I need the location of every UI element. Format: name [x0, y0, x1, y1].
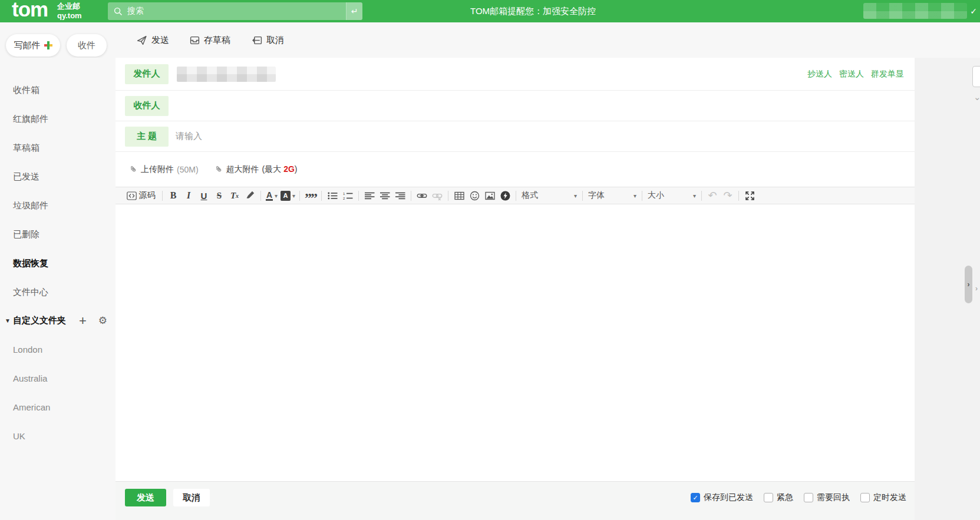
save-draft-label: 存草稿 — [204, 35, 230, 46]
footer-options: ✓ 保存到已发送 紧急 需要回执 定时发送 — [691, 489, 906, 506]
emoji-button[interactable] — [468, 188, 481, 203]
super-attachment-button[interactable]: 超大附件 (最大 2G) — [214, 164, 298, 175]
send-toolbar-label: 发送 — [151, 35, 169, 46]
toolbar-separator — [299, 191, 300, 201]
numbered-list-button[interactable]: 12 — [341, 188, 354, 203]
sidebar-item-file-center[interactable]: 文件中心 — [0, 277, 116, 306]
search-input[interactable]: 搜索 ↵ — [108, 2, 362, 20]
mass-single-link[interactable]: 群发单显 — [871, 69, 904, 80]
add-folder-icon[interactable]: + — [79, 315, 87, 327]
bg-color-button[interactable]: A ▾ — [281, 188, 295, 203]
receive-mail-button[interactable]: 收件 — [67, 34, 107, 57]
cancel-toolbar-button[interactable]: 取消 — [252, 22, 284, 58]
unlink-icon — [432, 191, 443, 201]
size-dropdown[interactable]: 大小 ▾ — [645, 188, 698, 203]
image-icon — [485, 191, 495, 200]
from-address-blurred[interactable] — [177, 67, 276, 82]
insert-image-button[interactable] — [483, 188, 496, 203]
cancel-toolbar-label: 取消 — [266, 35, 284, 46]
flash-button[interactable] — [499, 188, 512, 203]
super-attachment-prefix: (最大 — [262, 164, 284, 174]
upload-attachment-button[interactable]: 上传附件 (50M) — [128, 164, 199, 175]
strikethrough-button[interactable]: S — [213, 188, 226, 203]
tom-logo[interactable]: tom — [12, 0, 48, 21]
cancel-button[interactable]: 取消 — [173, 489, 210, 506]
link-icon — [417, 191, 427, 201]
send-button[interactable]: 发送 — [125, 489, 166, 506]
sidebar-item-spam[interactable]: 垃圾邮件 — [0, 191, 116, 220]
bg-color-letter: A — [281, 191, 291, 201]
editor-body[interactable] — [116, 204, 915, 481]
enter-key-icon[interactable]: ↵ — [346, 2, 362, 20]
check-icon: ✓ — [970, 0, 977, 22]
search-icon — [114, 7, 123, 16]
copy-format-brush-button[interactable] — [243, 188, 256, 203]
subject-row[interactable]: 主 题 请输入 — [116, 121, 915, 152]
insert-link-button[interactable] — [415, 188, 428, 203]
checkbox-save-to-sent[interactable]: ✓ 保存到已发送 — [691, 492, 753, 503]
side-panel-edge[interactable] — [972, 66, 980, 87]
maximize-button[interactable] — [743, 188, 756, 203]
format-dropdown[interactable]: 格式 ▾ — [519, 188, 579, 203]
sidebar-item-sent[interactable]: 已发送 — [0, 162, 116, 191]
sidebar-item-inbox[interactable]: 收件箱 — [0, 75, 116, 104]
compose-mail-button[interactable]: 写邮件 — [6, 34, 60, 57]
custom-folders-label: 自定义文件夹 — [13, 315, 66, 326]
text-color-button[interactable]: A ▾ — [265, 188, 278, 203]
colored-plus-icon — [44, 41, 52, 49]
sidebar-custom-folders-header[interactable]: ▼ 自定义文件夹 + ⚙ — [0, 306, 116, 335]
chevron-right-icon: › — [975, 284, 978, 293]
sidebar-item-flagged[interactable]: 红旗邮件 — [0, 104, 116, 133]
checkbox-unchecked[interactable] — [764, 493, 773, 502]
format-dropdown-label: 格式 — [522, 190, 538, 201]
sidebar-folder-american[interactable]: American — [0, 393, 116, 422]
sidebar-folder-london[interactable]: London — [0, 335, 116, 364]
cc-link[interactable]: 抄送人 — [807, 69, 832, 80]
undo-button[interactable]: ↶ — [706, 188, 719, 203]
brand-line-1: 企业邮 — [57, 2, 82, 11]
align-right-button[interactable] — [394, 188, 407, 203]
checkbox-urgent[interactable]: 紧急 — [764, 492, 793, 503]
align-center-button[interactable] — [378, 188, 391, 203]
bullet-list-button[interactable] — [326, 188, 339, 203]
align-left-button[interactable] — [363, 188, 376, 203]
bold-button[interactable]: B — [167, 188, 180, 203]
bcc-link[interactable]: 密送人 — [839, 69, 864, 80]
size-dropdown-label: 大小 — [648, 190, 664, 201]
checkbox-unchecked[interactable] — [804, 493, 813, 502]
blockquote-button[interactable]: ”” — [304, 188, 317, 203]
sidebar-folder-australia[interactable]: Australia — [0, 364, 116, 393]
remove-format-button[interactable]: Tx — [228, 188, 241, 203]
source-code-button[interactable]: 源码 — [124, 188, 158, 203]
checkbox-read-receipt[interactable]: 需要回执 — [804, 492, 850, 503]
save-draft-button[interactable]: 存草稿 — [190, 22, 230, 58]
sidebar-item-deleted[interactable]: 已删除 — [0, 220, 116, 249]
flash-icon — [500, 191, 510, 201]
chevron-down-icon: ▾ — [633, 193, 636, 199]
sidebar-folder-uk[interactable]: UK — [0, 422, 116, 451]
checkbox-unchecked[interactable] — [860, 493, 870, 502]
chevron-down-icon: ▾ — [292, 193, 295, 199]
triangle-down-icon[interactable]: ▼ — [5, 317, 13, 324]
redo-button[interactable]: ↷ — [721, 188, 734, 203]
sidebar-item-data-recovery[interactable]: 数据恢复 — [0, 249, 116, 277]
actions-row: 写邮件 收件 发送 存草稿 取消 — [0, 22, 980, 58]
checkbox-checked-icon[interactable]: ✓ — [691, 493, 700, 502]
send-toolbar-button[interactable]: 发送 — [137, 22, 169, 58]
brush-icon — [245, 191, 255, 200]
expand-panel-handle[interactable]: › — [965, 266, 972, 303]
checkbox-urgent-label: 紧急 — [777, 492, 793, 503]
toolbar-separator — [738, 191, 739, 201]
underline-button[interactable]: U — [197, 188, 210, 203]
remove-link-button[interactable] — [431, 188, 444, 203]
toolbar-separator — [582, 191, 583, 201]
to-row[interactable]: 收件人 — [116, 91, 915, 121]
checkbox-scheduled-send[interactable]: 定时发送 — [860, 492, 906, 503]
gear-icon[interactable]: ⚙ — [98, 314, 107, 327]
user-account-blurred[interactable] — [863, 3, 967, 19]
italic-button[interactable]: I — [182, 188, 195, 203]
font-dropdown[interactable]: 字体 ▾ — [586, 188, 639, 203]
insert-table-button[interactable] — [453, 188, 466, 203]
chevron-down-icon[interactable]: ⌄ — [974, 92, 980, 102]
sidebar-item-drafts[interactable]: 草稿箱 — [0, 133, 116, 162]
